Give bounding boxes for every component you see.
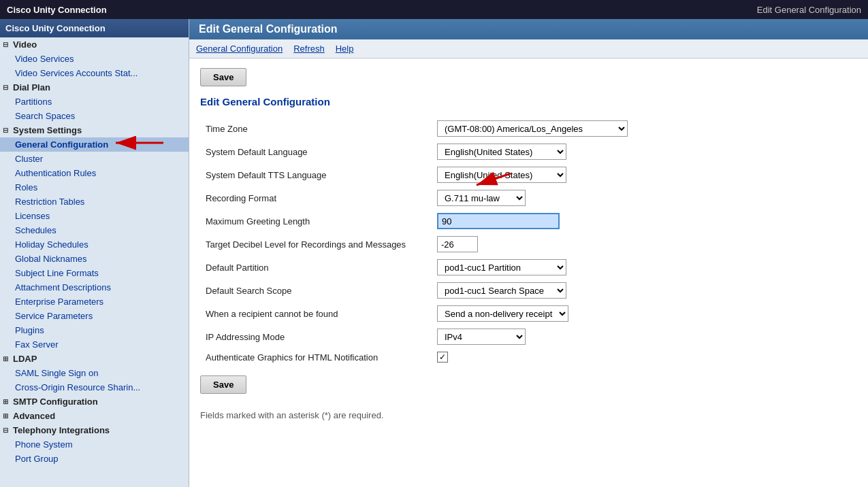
sidebar-item-phone-system[interactable]: Phone System bbox=[0, 437, 189, 452]
top-bar-right: Edit General Configuration bbox=[757, 5, 861, 15]
sidebar-item-cluster[interactable]: Cluster bbox=[0, 152, 189, 166]
required-note: Fields marked with an asterisk (*) are r… bbox=[200, 410, 857, 420]
sidebar-item-label-restriction-tables: Restriction Tables bbox=[15, 197, 84, 207]
save-button-bottom[interactable]: Save bbox=[200, 375, 246, 394]
sidebar-item-system-settings[interactable]: ⊟System Settings bbox=[0, 123, 189, 137]
expand-icon-system-settings[interactable]: ⊟ bbox=[3, 127, 11, 134]
form-row-1: System Default LanguageEnglish(United St… bbox=[200, 140, 857, 163]
sidebar-item-video-services[interactable]: Video Services bbox=[0, 52, 189, 66]
sidebar-item-authentication-rules[interactable]: Authentication Rules bbox=[0, 166, 189, 180]
sidebar-item-label-telephony: Telephony Integrations bbox=[13, 425, 110, 435]
save-button-top[interactable]: Save bbox=[200, 68, 246, 86]
sidebar-item-label-video-services-accounts: Video Services Accounts Stat... bbox=[15, 68, 138, 78]
field-label-6: Default Partition bbox=[200, 256, 432, 279]
sidebar-item-plugins[interactable]: Plugins bbox=[0, 323, 189, 337]
field-value-6: pod1-cuc1 Partition bbox=[432, 256, 857, 279]
sidebar-item-label-licenses: Licenses bbox=[15, 211, 50, 221]
form-row-2: System Default TTS LanguageEnglish(Unite… bbox=[200, 163, 857, 186]
sidebar-item-general-configuration[interactable]: General Configuration bbox=[0, 137, 189, 152]
sidebar-item-label-ldap: LDAP bbox=[13, 354, 37, 364]
sidebar-item-advanced[interactable]: ⊞Advanced bbox=[0, 409, 189, 423]
form-table: Time Zone(GMT-08:00) America/Los_Angeles… bbox=[200, 117, 857, 366]
sidebar: Cisco Unity Connection ⊟VideoVideo Servi… bbox=[0, 19, 189, 487]
form-row-9: IP Addressing ModeIPv4 bbox=[200, 325, 857, 348]
nav-general-configuration[interactable]: General Configuration bbox=[196, 44, 283, 54]
sidebar-item-search-spaces[interactable]: Search Spaces bbox=[0, 109, 189, 123]
sidebar-item-saml[interactable]: SAML Single Sign on bbox=[0, 366, 189, 380]
sidebar-item-holiday-schedules[interactable]: Holiday Schedules bbox=[0, 237, 189, 252]
field-value-4 bbox=[432, 209, 857, 233]
field-label-8: When a recipient cannot be found bbox=[200, 302, 432, 325]
field-label-1: System Default Language bbox=[200, 140, 432, 163]
nav-refresh[interactable]: Refresh bbox=[293, 44, 325, 54]
select-9[interactable]: IPv4 bbox=[437, 329, 526, 345]
input-4[interactable] bbox=[437, 213, 560, 229]
select-8[interactable]: Send a non-delivery receipt bbox=[437, 305, 568, 322]
expand-icon-advanced[interactable]: ⊞ bbox=[3, 412, 11, 420]
select-6[interactable]: pod1-cuc1 Partition bbox=[437, 259, 566, 275]
sidebar-item-label-partitions: Partitions bbox=[15, 97, 52, 107]
select-3[interactable]: G.711 mu-law bbox=[437, 190, 526, 206]
sidebar-item-schedules[interactable]: Schedules bbox=[0, 223, 189, 237]
form-row-0: Time Zone(GMT-08:00) America/Los_Angeles bbox=[200, 117, 857, 140]
sidebar-item-enterprise-parameters[interactable]: Enterprise Parameters bbox=[0, 295, 189, 309]
sidebar-item-label-enterprise-parameters: Enterprise Parameters bbox=[15, 297, 103, 307]
sidebar-item-video[interactable]: ⊟Video bbox=[0, 37, 189, 52]
nav-help[interactable]: Help bbox=[336, 44, 354, 54]
sidebar-item-label-general-configuration: General Configuration bbox=[15, 139, 108, 150]
expand-icon-telephony[interactable]: ⊟ bbox=[3, 426, 11, 434]
sidebar-item-partitions[interactable]: Partitions bbox=[0, 95, 189, 109]
field-value-0: (GMT-08:00) America/Los_Angeles bbox=[432, 117, 857, 140]
sidebar-item-label-cluster: Cluster bbox=[15, 154, 43, 164]
select-1[interactable]: English(United States) bbox=[437, 144, 566, 160]
field-label-5: Target Decibel Level for Recordings and … bbox=[200, 233, 432, 256]
sidebar-item-attachment-descriptions[interactable]: Attachment Descriptions bbox=[0, 280, 189, 295]
sidebar-item-label-global-nicknames: Global Nicknames bbox=[15, 254, 87, 264]
sidebar-item-fax-server[interactable]: Fax Server bbox=[0, 337, 189, 352]
field-label-4: Maximum Greeting Length bbox=[200, 209, 432, 233]
sidebar-item-subject-line-formats[interactable]: Subject Line Formats bbox=[0, 266, 189, 280]
sidebar-item-cross-origin[interactable]: Cross-Origin Resource Sharin... bbox=[0, 380, 189, 394]
select-0[interactable]: (GMT-08:00) America/Los_Angeles bbox=[437, 120, 628, 137]
sidebar-item-telephony[interactable]: ⊟Telephony Integrations bbox=[0, 423, 189, 437]
sidebar-item-dial-plan[interactable]: ⊟Dial Plan bbox=[0, 80, 189, 95]
sidebar-item-port-group[interactable]: Port Group bbox=[0, 452, 189, 466]
sidebar-item-label-roles: Roles bbox=[15, 182, 37, 192]
sidebar-item-smtp[interactable]: ⊞SMTP Configuration bbox=[0, 394, 189, 409]
page-header-title: Edit General Configuration bbox=[199, 23, 338, 35]
form-row-7: Default Search Scopepod1-cuc1 Search Spa… bbox=[200, 279, 857, 302]
sidebar-item-roles[interactable]: Roles bbox=[0, 180, 189, 195]
checkbox-wrapper-10[interactable]: ✓ bbox=[437, 352, 448, 363]
content-area: Save Edit General Configuration Time Zon… bbox=[189, 58, 868, 487]
sidebar-item-label-fax-server: Fax Server bbox=[15, 339, 59, 350]
sidebar-item-service-parameters[interactable]: Service Parameters bbox=[0, 309, 189, 323]
field-value-1: English(United States) bbox=[432, 140, 857, 163]
input-5[interactable] bbox=[437, 236, 478, 252]
expand-icon-smtp[interactable]: ⊞ bbox=[3, 398, 11, 405]
sidebar-item-ldap[interactable]: ⊞LDAP bbox=[0, 352, 189, 366]
top-bar: Cisco Unity Connection Edit General Conf… bbox=[0, 0, 868, 19]
field-value-7: pod1-cuc1 Search Space bbox=[432, 279, 857, 302]
field-value-8: Send a non-delivery receipt bbox=[432, 302, 857, 325]
sidebar-item-video-services-accounts[interactable]: Video Services Accounts Stat... bbox=[0, 66, 189, 80]
sidebar-item-restriction-tables[interactable]: Restriction Tables bbox=[0, 195, 189, 209]
form-row-5: Target Decibel Level for Recordings and … bbox=[200, 233, 857, 256]
main-content: Edit General Configuration General Confi… bbox=[189, 19, 868, 487]
form-row-8: When a recipient cannot be foundSend a n… bbox=[200, 302, 857, 325]
expand-icon-video[interactable]: ⊟ bbox=[3, 41, 11, 48]
field-value-2: English(United States) bbox=[432, 163, 857, 186]
select-2[interactable]: English(United States) bbox=[437, 167, 566, 183]
sidebar-item-label-advanced: Advanced bbox=[13, 411, 55, 421]
select-7[interactable]: pod1-cuc1 Search Space bbox=[437, 282, 566, 299]
sidebar-item-label-service-parameters: Service Parameters bbox=[15, 311, 93, 321]
sidebar-item-label-attachment-descriptions: Attachment Descriptions bbox=[15, 282, 111, 292]
nav-bar: General Configuration Refresh Help bbox=[189, 39, 868, 58]
section-title: Edit General Configuration bbox=[200, 96, 857, 107]
sidebar-item-licenses[interactable]: Licenses bbox=[0, 209, 189, 223]
sidebar-item-global-nicknames[interactable]: Global Nicknames bbox=[0, 252, 189, 266]
expand-icon-ldap[interactable]: ⊞ bbox=[3, 355, 11, 363]
expand-icon-dial-plan[interactable]: ⊟ bbox=[3, 84, 11, 91]
sidebar-item-label-saml: SAML Single Sign on bbox=[15, 368, 98, 378]
field-value-10: ✓ bbox=[432, 348, 857, 366]
field-value-9: IPv4 bbox=[432, 325, 857, 348]
